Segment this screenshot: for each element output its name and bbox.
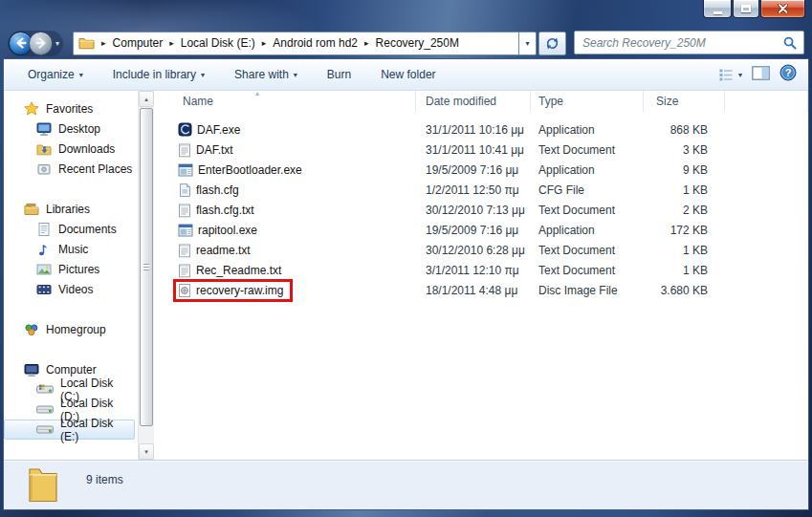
sidebar-section-favorites: FavoritesDesktopDownloadsRecent Places [4, 98, 138, 179]
table-row-daf-txt[interactable]: DAF.txt31/1/2011 10:41 μμText Document3 … [154, 140, 808, 160]
search-input[interactable] [575, 36, 783, 50]
column-header-name[interactable]: Name [154, 91, 416, 112]
chevron-down-icon: ▾ [201, 71, 205, 79]
text-file-icon [178, 203, 191, 218]
folder-large-icon [28, 465, 58, 504]
name-cell: rapitool.exe [154, 220, 416, 241]
application-icon [178, 163, 193, 177]
sidebar-item-favorites[interactable]: Favorites [4, 98, 135, 118]
date-modified-cell: 30/12/2010 6:28 μμ [416, 244, 531, 257]
sidebar-item-music[interactable]: Music [4, 239, 135, 259]
close-button[interactable] [760, 0, 805, 18]
breadcrumb-segment-recovery-250m[interactable]: ▸Recovery_250M [358, 36, 459, 50]
titlebar[interactable] [0, 0, 812, 27]
search-icon[interactable] [783, 36, 803, 50]
address-bar[interactable]: ▸Computer▸Local Disk (E:)▸Android rom hd… [73, 32, 518, 55]
size-cell: 1 KB [644, 183, 725, 197]
cfg-file-icon [178, 183, 191, 198]
name-cell: EnterBootloader.exe [154, 160, 416, 181]
size-cell: 2 KB [644, 204, 725, 217]
sidebar-item-videos[interactable]: Videos [4, 279, 135, 299]
refresh-icon [545, 36, 560, 51]
toolbar-organize[interactable]: Organize▾ [19, 63, 92, 86]
date-modified-cell: 19/5/2009 7:16 μμ [416, 163, 531, 177]
date-modified-cell: 19/5/2009 7:16 μμ [416, 224, 531, 237]
name-wrap: rapitool.exe [173, 220, 267, 241]
scrollbar-grip-icon [143, 264, 149, 270]
sidebar-item-libraries[interactable]: Libraries [4, 199, 135, 219]
sidebar-item-label: Homegroup [46, 323, 106, 336]
breadcrumb-segment-android-rom-hd2[interactable]: ▸Android rom hd2 [255, 36, 358, 50]
recent-pages-dropdown[interactable]: ▾ [55, 39, 59, 48]
column-header-date-modified[interactable]: Date modified [416, 91, 531, 112]
address-dropdown-button[interactable]: ▾ [518, 32, 537, 55]
sidebar-item-label: Documents [58, 223, 117, 236]
toolbar-burn[interactable]: Burn [318, 63, 360, 86]
close-icon [778, 4, 788, 13]
table-row-daf-exe[interactable]: DAF.exe31/1/2011 10:16 μμApplication868 … [154, 119, 808, 140]
sidebar-item-local-disk-e[interactable]: Local Disk (E:) [4, 420, 135, 440]
type-cell: Application [531, 163, 644, 177]
text-file-icon [178, 142, 191, 158]
star-icon [24, 101, 39, 117]
preview-pane-button[interactable] [752, 66, 770, 84]
svg-text:?: ? [785, 67, 792, 78]
refresh-button[interactable] [538, 32, 566, 55]
breadcrumb-label: Computer [113, 36, 164, 50]
name-wrap: DAF.txt [173, 139, 243, 162]
scrollbar-thumb[interactable] [140, 108, 153, 426]
sidebar-item-homegroup[interactable]: Homegroup [4, 319, 135, 339]
sort-ascending-icon: ▴ [255, 89, 259, 97]
table-row-readme-txt[interactable]: readme.txt30/12/2010 6:28 μμText Documen… [154, 240, 808, 260]
table-row-flash-cfg[interactable]: flash.cfg1/2/2011 12:50 πμCFG File1 KB [154, 180, 808, 200]
column-header-size[interactable]: Size [644, 91, 725, 112]
toolbar-share-with[interactable]: Share with▾ [226, 63, 306, 86]
toolbar-item-label: Burn [327, 68, 351, 81]
column-header-type[interactable]: Type [531, 91, 644, 112]
table-row-recovery-raw-img[interactable]: recovery-raw.img18/1/2011 4:48 μμDisc Im… [154, 280, 808, 300]
breadcrumb-segment-local-disk-e[interactable]: ▸Local Disk (E:) [163, 36, 255, 50]
toolbar-item-label: Include in library [113, 68, 196, 81]
table-row-flash-cfg-txt[interactable]: flash.cfg.txt30/12/2010 7:13 μμText Docu… [154, 200, 808, 220]
toolbar-include-in-library[interactable]: Include in library▾ [104, 63, 213, 86]
column-header-filler [725, 91, 808, 112]
client-area: Organize▾Include in library▾Share with▾B… [4, 59, 808, 509]
breadcrumb-label: Recovery_250M [376, 36, 459, 50]
text-file-icon [178, 243, 191, 258]
table-row-rapitool-exe[interactable]: rapitool.exe19/5/2009 7:16 μμApplication… [154, 220, 808, 240]
table-row-rec-readme-txt[interactable]: Rec_Readme.txt3/1/2011 12:10 πμText Docu… [154, 260, 808, 280]
sidebar-item-documents[interactable]: Documents [4, 219, 135, 239]
sidebar-item-recent-places[interactable]: Recent Places [4, 159, 135, 179]
breadcrumb-segment-computer[interactable]: ▸Computer [95, 36, 163, 50]
toolbar-new-folder[interactable]: New folder [372, 63, 444, 86]
views-button[interactable]: ▾ [718, 68, 742, 81]
maximize-button[interactable] [733, 0, 759, 18]
pictures-icon [36, 262, 52, 277]
scroll-up-button[interactable]: ▴ [139, 91, 154, 107]
help-button[interactable]: ? [779, 64, 797, 85]
sidebar-section-homegroup: Homegroup [4, 319, 138, 339]
back-arrow-icon [13, 35, 29, 51]
date-modified-cell: 31/1/2011 10:16 μμ [416, 123, 531, 137]
sidebar-item-desktop[interactable]: Desktop [4, 118, 135, 139]
breadcrumb-label: Android rom hd2 [273, 36, 358, 50]
sidebar-item-pictures[interactable]: Pictures [4, 259, 135, 279]
scroll-down-button[interactable]: ▾ [139, 443, 154, 460]
minimize-button[interactable] [703, 0, 732, 18]
sidebar-item-label: Pictures [58, 263, 99, 276]
sidebar-item-label: Videos [58, 283, 93, 296]
file-rows: DAF.exe31/1/2011 10:16 μμApplication868 … [154, 112, 808, 300]
sidebar-item-downloads[interactable]: Downloads [4, 139, 135, 159]
breadcrumb-separator-icon: ▸ [255, 38, 274, 48]
forward-button[interactable] [29, 32, 53, 55]
help-icon: ? [779, 64, 797, 81]
red-annotation-box: recovery-raw.img [173, 279, 293, 302]
forward-arrow-icon [33, 35, 49, 51]
file-name: DAF.exe [197, 123, 240, 137]
size-cell: 868 KB [644, 123, 725, 137]
toolbar-item-label: New folder [381, 68, 435, 81]
file-name: recovery-raw.img [196, 284, 283, 297]
breadcrumb-separator-icon: ▸ [163, 38, 181, 48]
sidebar-scrollbar[interactable]: ▴ ▾ [138, 91, 154, 460]
table-row-enterbootloader-exe[interactable]: EnterBootloader.exe19/5/2009 7:16 μμAppl… [154, 160, 808, 180]
